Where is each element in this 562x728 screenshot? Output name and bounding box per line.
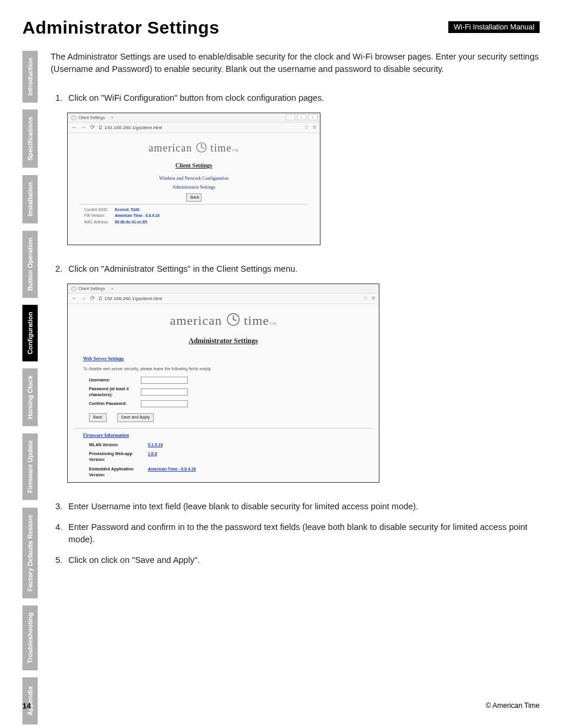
close-tab-icon[interactable]: × (111, 114, 114, 121)
main-content: The Administrator Settings are used to e… (51, 51, 540, 724)
screenshot-admin-settings: Client Settings × ← → ⟳ 🗋 192.168.240.1/… (67, 284, 379, 483)
firmware-info-heading: Firmware Information (83, 432, 373, 439)
tab-troubleshooting[interactable]: Troubleshooting (22, 605, 38, 670)
page-number: 14 (22, 701, 31, 710)
close-tab-icon[interactable]: × (111, 285, 114, 292)
label-mac: MAC Address: (84, 219, 115, 225)
value-app-version: American Time - 0.0.4.16 (148, 466, 196, 478)
label-webapp-version: Provisioning Web-app Version: (89, 451, 148, 463)
confirm-password-field[interactable] (141, 400, 188, 407)
tab-configuration[interactable]: Configuration (22, 305, 38, 361)
value-fw: American Time - 0.0.4.16 (115, 213, 160, 218)
username-field[interactable] (141, 377, 188, 384)
save-apply-button[interactable]: Save and Apply (117, 413, 154, 421)
close-window-icon[interactable]: × (308, 114, 318, 120)
tab-appendix[interactable]: Appendix (22, 677, 38, 724)
link-admin-settings[interactable]: Administrator Settings (74, 184, 314, 191)
reload-icon[interactable]: ⟳ (90, 123, 95, 132)
step-2: Click on "Administrator Settings" in the… (65, 263, 540, 275)
star-icon[interactable]: ☆ (304, 123, 309, 132)
admin-settings-heading: Administrator Settings (74, 336, 373, 346)
tab-installation[interactable]: Installation (22, 175, 38, 223)
back-icon[interactable]: ← (71, 123, 77, 132)
browser-tab-title: Client Settings (78, 115, 105, 121)
label-ssid: Current SSID: (84, 207, 115, 212)
back-button[interactable]: Back (186, 193, 201, 202)
label-fw: FW Version: (84, 213, 115, 218)
value-webapp-version: 1.0.0 (148, 451, 157, 463)
label-password: Password (at least 4 characters): (89, 386, 135, 398)
password-field[interactable] (141, 388, 188, 396)
brand-logo: american timeTM (74, 311, 373, 330)
step-1: Click on "WiFi Configuration" button fro… (65, 92, 540, 104)
intro-paragraph: The Administrator Settings are used to e… (51, 51, 540, 75)
page-title: Administrator Settings (22, 18, 219, 38)
link-wireless-config[interactable]: Wireless and Network Configuration (74, 175, 314, 182)
label-app-version: Embedded Application Version: (89, 466, 148, 478)
security-hint: To disable web server security, please l… (83, 366, 373, 372)
tab-firmware-update[interactable]: Firmware Update (22, 433, 38, 500)
favicon-icon (71, 286, 76, 291)
screenshot-client-settings: Client Settings × – □ × ← → ⟳ 🗋 192.168.… (67, 113, 320, 245)
web-server-settings-heading: Web Server Settings (83, 355, 373, 363)
maximize-icon[interactable]: □ (297, 114, 306, 120)
forward-icon[interactable]: → (81, 294, 87, 303)
tab-homing-clock[interactable]: Homing Clock (22, 368, 38, 426)
tab-specifications[interactable]: Specifications (22, 110, 38, 168)
back-button[interactable]: Back (89, 413, 107, 421)
section-tabs: Introduction Specifications Installation… (22, 51, 38, 724)
favicon-icon (71, 116, 76, 120)
label-confirm-password: Confirm Password: (89, 401, 135, 407)
menu-icon[interactable]: ≡ (313, 123, 316, 132)
star-icon[interactable]: ☆ (363, 294, 368, 303)
value-wlan-version: 5.1.5.10 (148, 442, 163, 448)
label-wlan-version: WLAN Version: (89, 442, 148, 448)
menu-icon[interactable]: ≡ (372, 294, 375, 303)
value-ssid: Econo4_5100 (115, 207, 140, 212)
url-field[interactable]: 🗋 192.168.240.1/gsclient.html (98, 124, 300, 131)
client-settings-heading: Client Settings (74, 162, 314, 170)
manual-badge: Wi-Fi Installation Manual (448, 21, 540, 33)
label-username: Username: (89, 377, 135, 383)
tab-factory-defaults[interactable]: Factory Defaults Restore (22, 508, 38, 598)
minimize-icon[interactable]: – (286, 114, 295, 120)
step-4: Enter Password and confirm in to the the… (65, 521, 540, 546)
value-mac: 00:0b:6c:41:ec:85 (115, 220, 147, 224)
back-icon[interactable]: ← (71, 294, 77, 303)
brand-logo: american timeTM (74, 140, 314, 156)
forward-icon[interactable]: → (81, 123, 87, 132)
step-3: Enter Username into text field (leave bl… (65, 500, 540, 513)
reload-icon[interactable]: ⟳ (90, 294, 95, 303)
step-5: Click on click on "Save and Apply". (65, 554, 540, 566)
tab-button-operation[interactable]: Button Operation (22, 230, 38, 298)
tab-introduction[interactable]: Introduction (22, 51, 38, 103)
browser-tab-title: Client Settings (78, 286, 105, 292)
copyright: © American Time (485, 701, 540, 710)
url-field[interactable]: 🗋 192.168.240.1/gsclient.html (98, 295, 359, 302)
